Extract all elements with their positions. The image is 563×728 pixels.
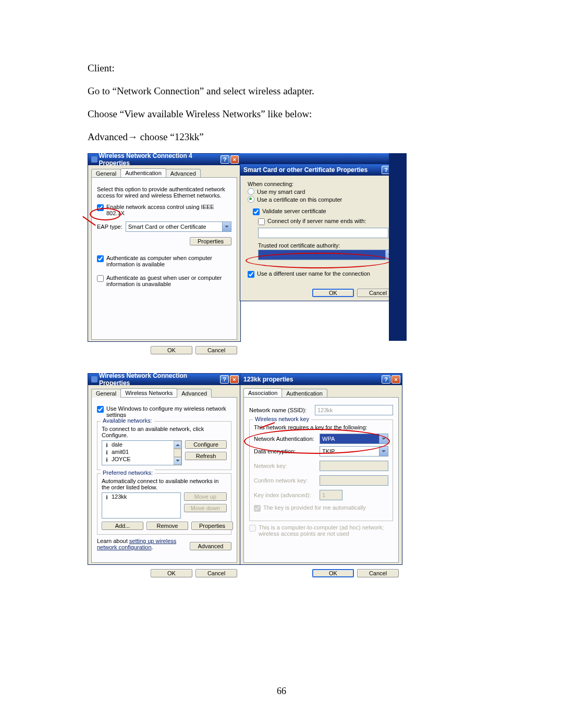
list-item: iJOYCE <box>102 455 181 463</box>
cancel-button[interactable]: Cancel <box>195 569 237 577</box>
body: When connecting: Use my smart card Use a… <box>240 176 402 286</box>
netkey-label: Network key: <box>254 463 316 469</box>
chevron-down-icon[interactable] <box>379 447 388 456</box>
checkbox-adhoc: This is a computer-to-computer (ad hoc) … <box>249 524 393 537</box>
help-button[interactable]: ? <box>220 375 229 384</box>
ok-button[interactable]: OK <box>151 346 192 354</box>
when-connecting-label: When connecting: <box>248 181 395 187</box>
title: Wireless Network Connection 4 Properties <box>99 152 220 167</box>
tab-panel: Use Windows to configure my wireless net… <box>91 397 237 563</box>
titlebar: Wireless Network Connection Properties ?… <box>88 374 240 385</box>
list-item: idale <box>102 441 181 448</box>
tab-authentication[interactable]: Authentication <box>282 389 327 398</box>
input-key-index: 1 <box>320 490 342 500</box>
list-preferred-networks[interactable]: i123kk <box>102 492 181 519</box>
tab-advanced[interactable]: Advanced <box>177 389 212 398</box>
window-wireless-connection-4-properties: Wireless Network Connection 4 Properties… <box>88 153 241 342</box>
title: Wireless Network Connection Properties <box>99 372 219 387</box>
p1: Client: <box>88 63 475 74</box>
close-button[interactable]: × <box>391 375 400 384</box>
tab-general[interactable]: General <box>91 389 121 398</box>
checkbox-enable-8021x[interactable]: Enable network access control using IEEE… <box>97 204 231 216</box>
tab-panel: Network name (SSID): 123kk Wireless netw… <box>243 397 399 563</box>
window-smartcard-cert-properties: Smart Card or other Certificate Properti… <box>240 164 402 301</box>
advanced-button[interactable]: Advanced <box>190 542 231 550</box>
configure-button[interactable]: Configure <box>185 440 227 449</box>
description: Select this option to provide authentica… <box>97 186 231 199</box>
window-wireless-connection-properties: Wireless Network Connection Properties ?… <box>88 373 241 565</box>
combo-network-auth[interactable]: WPA <box>320 434 388 444</box>
refresh-button[interactable]: Refresh <box>185 452 227 460</box>
checkbox-auth-as-computer[interactable]: Authenticate as computer when computer i… <box>97 255 231 267</box>
tab-wireless-networks[interactable]: Wireless Networks <box>120 388 177 397</box>
trusted-root-label: Trusted root certificate authority: <box>258 242 395 249</box>
titlebar: 123kk properties ? × <box>240 374 402 385</box>
radio-certificate[interactable]: Use a certificate on this computer <box>248 196 395 203</box>
tab-general[interactable]: General <box>91 169 121 178</box>
tab-panel: Select this option to provide authentica… <box>91 177 237 340</box>
tabstrip: General Authentication Advanced <box>88 165 240 177</box>
close-button[interactable]: × <box>230 155 239 164</box>
combo-trusted-root[interactable] <box>258 250 395 260</box>
combo-eap-type[interactable]: Smart Card or other Certificate <box>126 221 231 232</box>
checkbox-validate-cert[interactable]: Validate server certificate <box>253 208 395 215</box>
decorative-bar <box>240 153 407 164</box>
checkbox-use-windows-config[interactable]: Use Windows to configure my wireless net… <box>97 405 231 418</box>
eap-type-label: EAP type: <box>97 224 123 230</box>
ok-button[interactable]: OK <box>312 289 354 297</box>
cancel-button[interactable]: Cancel <box>195 346 237 354</box>
netauth-label: Network Authentication: <box>254 436 316 442</box>
confirm-label: Confirm network key: <box>254 477 316 484</box>
checkbox-auth-as-guest[interactable]: Authenticate as guest when user or compu… <box>97 275 231 287</box>
tab-advanced[interactable]: Advanced <box>166 169 201 178</box>
page-number: 66 <box>0 686 563 697</box>
chevron-down-icon[interactable] <box>379 434 388 443</box>
instructions-block: Client: Go to “Network Connection” and s… <box>88 63 475 166</box>
scrollbar[interactable] <box>174 441 181 465</box>
input-confirm-key <box>320 475 388 486</box>
keyidx-label: Key index (advanced): <box>254 492 316 498</box>
checkbox-key-auto: The key is provided for me automatically <box>254 504 388 512</box>
checkbox-connect-ends-with[interactable]: Connect only if server name ends with: <box>258 218 395 225</box>
ok-button[interactable]: OK <box>312 569 354 577</box>
group-available-networks: Available networks: To connect to an ava… <box>97 421 231 470</box>
title: Smart Card or other Certificate Properti… <box>243 166 368 174</box>
group-wireless-key: Wireless network key This network requir… <box>249 419 393 521</box>
app-icon <box>91 156 97 163</box>
movedown-button[interactable]: Move down <box>184 504 227 512</box>
combo-data-encryption[interactable]: TKIP <box>320 446 388 456</box>
tab-association[interactable]: Association <box>243 388 282 397</box>
moveup-button[interactable]: Move up <box>184 492 227 501</box>
tabstrip: General Wireless Networks Advanced <box>88 385 240 397</box>
properties-button[interactable]: Properties <box>190 237 231 245</box>
input-network-key <box>320 461 388 471</box>
scroll-up-icon <box>174 441 181 449</box>
scroll-down-icon <box>174 457 181 465</box>
list-item: i123kk <box>102 493 180 500</box>
close-button[interactable]: × <box>230 375 239 384</box>
input-ssid[interactable]: 123kk <box>315 405 393 415</box>
remove-button[interactable]: Remove <box>146 522 188 530</box>
window-123kk-properties: 123kk properties ? × Association Authent… <box>240 373 402 565</box>
cancel-button[interactable]: Cancel <box>357 569 399 577</box>
radio-smartcard[interactable]: Use my smart card <box>248 188 395 195</box>
chevron-down-icon[interactable] <box>222 222 231 231</box>
checkbox-different-username[interactable]: Use a different user name for the connec… <box>248 270 395 278</box>
input-server-name[interactable] <box>258 228 388 238</box>
help-button[interactable]: ? <box>382 375 390 384</box>
p2: Go to “Network Connection” and select wi… <box>88 85 475 97</box>
tab-authentication[interactable]: Authentication <box>120 168 166 177</box>
titlebar: Wireless Network Connection 4 Properties… <box>88 154 240 165</box>
list-available-networks[interactable]: idale iamit01 iJOYCE <box>102 440 182 465</box>
help-button[interactable]: ? <box>221 155 229 164</box>
tabstrip: Association Authentication <box>240 385 402 397</box>
legend: Wireless network key <box>253 416 311 422</box>
properties-button[interactable]: Properties <box>191 522 233 530</box>
title: 123kk properties <box>243 376 293 383</box>
decorative-bar <box>389 153 407 341</box>
legend: Available networks: <box>101 417 154 424</box>
p4: Advanced→ choose “123kk” <box>88 131 475 143</box>
titlebar: Smart Card or other Certificate Properti… <box>240 164 402 176</box>
add-button[interactable]: Add... <box>102 522 143 530</box>
ok-button[interactable]: OK <box>151 569 192 577</box>
